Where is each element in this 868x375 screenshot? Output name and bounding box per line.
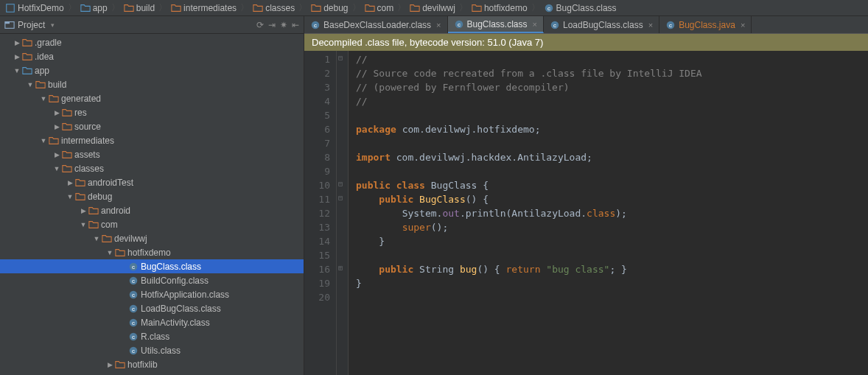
- tree-node[interactable]: ▶.idea: [0, 49, 304, 63]
- breadcrumb-item[interactable]: hotfixdemo: [469, 3, 530, 13]
- tree-node[interactable]: ▼build: [0, 77, 304, 91]
- tree-node[interactable]: cMainActivity.class: [0, 315, 304, 329]
- fold-column[interactable]: ⊟ ⊟ ⊟ ⊞: [337, 51, 349, 375]
- tree-node[interactable]: ▼classes: [0, 161, 304, 175]
- line-number: 20: [304, 290, 330, 304]
- breadcrumb-item[interactable]: cBugClass.class: [542, 3, 619, 13]
- close-icon[interactable]: ×: [648, 21, 653, 29]
- decompile-banner: Decompiled .class file, bytecode version…: [304, 34, 868, 51]
- tree-node[interactable]: cHotfixApplication.class: [0, 287, 304, 301]
- breadcrumb-item[interactable]: debug: [309, 3, 350, 13]
- breadcrumb-label: HotfixDemo: [18, 3, 64, 13]
- expand-arrow-icon[interactable]: ▼: [80, 221, 87, 228]
- tree-node[interactable]: ▶assets: [0, 147, 304, 161]
- code-kw: public: [379, 194, 419, 205]
- breadcrumb-item[interactable]: devilwwj: [407, 3, 458, 13]
- tree-node[interactable]: ▶res: [0, 105, 304, 119]
- collapse-icon[interactable]: ⇥: [268, 20, 276, 30]
- expand-arrow-icon[interactable]: ▼: [27, 81, 34, 88]
- tree-node[interactable]: ▶android: [0, 203, 304, 217]
- expand-arrow-icon[interactable]: ▶: [13, 39, 21, 46]
- tree-node-label: androidTest: [88, 178, 133, 188]
- close-icon[interactable]: ×: [436, 21, 441, 29]
- project-sidebar: Project ▾ ⟳ ⇥ ✷ ⇤ ▶.gradle▶.idea▼app▼bui…: [0, 16, 304, 375]
- sidebar-header: Project ▾ ⟳ ⇥ ✷ ⇤: [0, 16, 304, 34]
- class-icon: c: [544, 3, 554, 13]
- tree-node[interactable]: ▼debug: [0, 189, 304, 203]
- sync-icon[interactable]: ⟳: [256, 20, 264, 30]
- code-content[interactable]: // // Source code recreated from a .clas…: [349, 51, 868, 375]
- fold-marker-icon[interactable]: ⊟: [338, 51, 343, 65]
- breadcrumb-item[interactable]: classes: [251, 3, 297, 13]
- tree-node-label: android: [101, 206, 130, 216]
- tree-node[interactable]: ▼hotfixdemo: [0, 245, 304, 259]
- folder-icon: [62, 122, 72, 132]
- close-icon[interactable]: ×: [533, 20, 537, 29]
- tree-node[interactable]: ▼devilwwj: [0, 231, 304, 245]
- expand-arrow-icon[interactable]: ▶: [106, 361, 113, 368]
- expand-arrow-icon[interactable]: ▶: [66, 179, 74, 186]
- tree-node[interactable]: cBugClass.class: [0, 259, 304, 273]
- svg-text:c: c: [314, 21, 317, 28]
- fold-marker-icon[interactable]: ⊞: [338, 261, 343, 275]
- folder-icon: [35, 80, 46, 90]
- tree-node[interactable]: cR.class: [0, 329, 304, 343]
- expand-arrow-icon[interactable]: ▶: [13, 53, 21, 60]
- tree-node[interactable]: ▶source: [0, 119, 304, 133]
- expand-arrow-icon[interactable]: ▼: [13, 67, 21, 74]
- folder-icon: [62, 108, 72, 118]
- tree-node[interactable]: cBuildConfig.class: [0, 273, 304, 287]
- line-number: 19: [304, 276, 330, 290]
- folder-icon: [49, 94, 59, 104]
- fold-marker-icon[interactable]: ⊟: [338, 177, 343, 191]
- line-number: 3: [304, 80, 330, 94]
- close-icon[interactable]: ×: [741, 21, 745, 29]
- tree-node[interactable]: ▶.gradle: [0, 35, 304, 49]
- expand-arrow-icon[interactable]: ▼: [106, 249, 113, 256]
- gear-icon[interactable]: ✷: [280, 20, 287, 30]
- expand-arrow-icon[interactable]: ▼: [40, 95, 47, 102]
- expand-arrow-icon[interactable]: ▼: [53, 165, 60, 172]
- tree-node[interactable]: ▶hotfixlib: [0, 357, 304, 371]
- breadcrumb-item[interactable]: intermediates: [169, 3, 239, 13]
- expand-arrow-icon[interactable]: ▼: [93, 235, 100, 242]
- code-id: .println(AntilazyLoad.: [460, 208, 587, 219]
- folder-icon: [75, 178, 85, 188]
- expand-arrow-icon[interactable]: ▶: [53, 151, 60, 158]
- project-tree[interactable]: ▶.gradle▶.idea▼app▼build▼generated▶res▶s…: [0, 34, 304, 373]
- dropdown-icon[interactable]: ▾: [51, 21, 55, 29]
- line-number: 13: [304, 220, 330, 234]
- tree-node[interactable]: ▼intermediates: [0, 133, 304, 147]
- tree-node[interactable]: cUtils.class: [0, 343, 304, 357]
- hide-icon[interactable]: ⇤: [292, 20, 299, 30]
- breadcrumb-item[interactable]: app: [78, 3, 110, 13]
- folder-icon: [62, 164, 72, 174]
- tree-node[interactable]: ▼app: [0, 63, 304, 77]
- editor-tab[interactable]: cBaseDexClassLoader.class×: [304, 16, 448, 33]
- editor-tab[interactable]: cLoadBugClass.class×: [544, 16, 659, 33]
- tree-node[interactable]: cLoadBugClass.class: [0, 301, 304, 315]
- tree-node-label: com: [101, 220, 118, 230]
- expand-arrow-icon[interactable]: ▼: [66, 193, 74, 200]
- svg-rect-4: [5, 21, 10, 24]
- editor: cBaseDexClassLoader.class×cBugClass.clas…: [304, 16, 868, 375]
- tree-node-label: LoadBugClass.class: [141, 304, 221, 314]
- expand-arrow-icon[interactable]: ▶: [53, 123, 60, 130]
- breadcrumb-item[interactable]: HotfixDemo: [3, 3, 66, 13]
- tree-node-label: res: [74, 108, 87, 118]
- expand-arrow-icon[interactable]: ▶: [80, 207, 87, 214]
- editor-tab[interactable]: cBugClass.class×: [448, 16, 544, 33]
- editor-tab[interactable]: cBugClass.java×: [659, 16, 752, 33]
- tree-node[interactable]: ▼generated: [0, 91, 304, 105]
- code-kw: import: [356, 152, 396, 163]
- breadcrumb-item[interactable]: build: [122, 3, 157, 13]
- folder-icon: [49, 136, 59, 146]
- breadcrumb-item[interactable]: com: [363, 3, 396, 13]
- expand-arrow-icon[interactable]: ▼: [40, 137, 47, 144]
- fold-marker-icon[interactable]: ⊟: [338, 191, 343, 205]
- svg-text:c: c: [132, 277, 135, 284]
- expand-arrow-icon[interactable]: ▶: [53, 109, 60, 116]
- tree-node[interactable]: ▶androidTest: [0, 175, 304, 189]
- tree-node[interactable]: ▼com: [0, 217, 304, 231]
- class-icon: c: [128, 262, 139, 272]
